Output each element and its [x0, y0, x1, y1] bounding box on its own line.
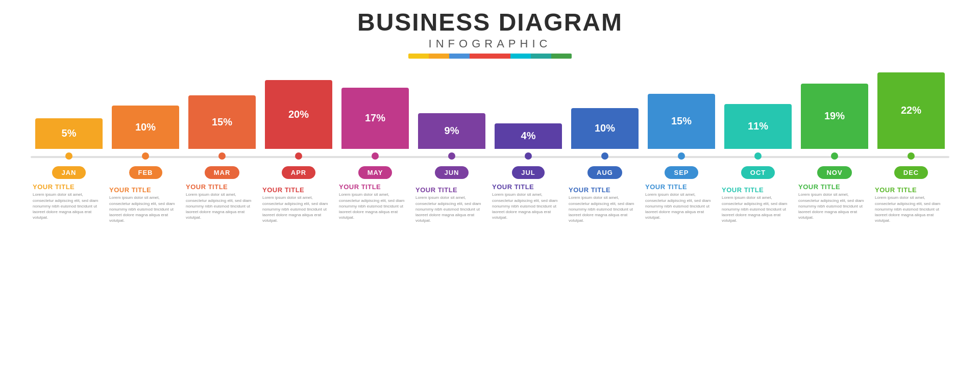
month-badge-feb: FEB [129, 166, 162, 179]
chart-area: 5%10%15%20%17%9%4%10%15%11%19%22% JANFEB… [31, 65, 949, 383]
month-badge-mar: MAR [205, 166, 240, 179]
page-wrapper: BUSINESS DIAGRAM INFOGRAPHIC 5%10%15%20%… [0, 0, 980, 388]
month-col-jan: JAN [31, 166, 107, 179]
info-col-nov: YOUR TITLELorem ipsum dolor sit amet, co… [796, 183, 873, 224]
header: BUSINESS DIAGRAM INFOGRAPHIC [357, 9, 623, 63]
dot-col-apr [260, 152, 337, 160]
dot-feb [142, 152, 149, 160]
bar-col-jun: 9% [413, 113, 490, 149]
dot-nov [831, 152, 838, 160]
bar-col-dec: 22% [873, 72, 949, 149]
dot-col-sep [643, 152, 720, 160]
info-text1-sep: Lorem ipsum dolor sit amet, consectetur … [645, 192, 718, 220]
bar-col-jul: 4% [490, 123, 567, 149]
info-text1-jul: Lorem ipsum dolor sit amet, consectetur … [492, 192, 565, 220]
month-col-jun: JUN [413, 166, 490, 179]
bar-label-mar: 15% [212, 116, 232, 128]
info-title1-jul: YOUR TITLE [492, 183, 565, 191]
bar-label-jan: 5% [62, 127, 77, 139]
info-title1-jan: YOUR TITLE [33, 183, 105, 191]
dot-col-feb [107, 152, 184, 160]
month-badge-oct: OCT [741, 166, 775, 179]
month-col-feb: FEB [107, 166, 184, 179]
month-col-nov: NOV [796, 166, 873, 179]
info-text1-mar: Lorem ipsum dolor sit amet, consectetur … [186, 192, 258, 220]
dot-col-nov [796, 152, 873, 160]
dot-apr [295, 152, 302, 160]
month-badge-sep: SEP [665, 166, 698, 179]
month-col-jul: JUL [490, 166, 567, 179]
info-title2-aug: YOUR TITLE [569, 186, 641, 194]
dot-sep [678, 152, 685, 160]
info-col-jun: YOUR TITLELorem ipsum dolor sit amet, co… [413, 183, 490, 224]
bar-apr: 20% [265, 80, 332, 149]
bar-col-mar: 15% [184, 95, 260, 149]
month-badge-nov: NOV [817, 166, 851, 179]
info-text2-dec: Lorem ipsum dolor sit amet, consectetur … [875, 195, 947, 223]
month-col-oct: OCT [720, 166, 796, 179]
dot-col-jun [413, 152, 490, 160]
info-col-mar: YOUR TITLELorem ipsum dolor sit amet, co… [184, 183, 260, 224]
info-text2-jun: Lorem ipsum dolor sit amet, consectetur … [415, 195, 488, 223]
info-title2-dec: YOUR TITLE [875, 186, 947, 194]
bar-jul: 4% [495, 123, 562, 149]
bar-col-oct: 11% [720, 104, 796, 149]
bar-mar: 15% [188, 95, 256, 149]
info-text2-aug: Lorem ipsum dolor sit amet, consectetur … [569, 195, 641, 223]
color-bar [408, 54, 572, 59]
dot-col-jan [31, 152, 107, 160]
month-col-may: MAY [337, 166, 413, 179]
month-badge-aug: AUG [587, 166, 622, 179]
info-col-apr: YOUR TITLELorem ipsum dolor sit amet, co… [260, 183, 337, 224]
bar-label-jun: 9% [445, 125, 459, 137]
month-col-mar: MAR [184, 166, 260, 179]
info-col-jul: YOUR TITLELorem ipsum dolor sit amet, co… [490, 183, 567, 224]
info-title2-jun: YOUR TITLE [415, 186, 488, 194]
main-title: BUSINESS DIAGRAM [357, 9, 623, 36]
sub-title: INFOGRAPHIC [357, 37, 623, 50]
info-title1-sep: YOUR TITLE [645, 183, 718, 191]
info-title1-may: YOUR TITLE [339, 183, 411, 191]
bar-nov: 19% [801, 84, 868, 149]
bar-label-oct: 11% [748, 120, 768, 132]
info-col-feb: YOUR TITLELorem ipsum dolor sit amet, co… [107, 183, 184, 224]
info-text1-nov: Lorem ipsum dolor sit amet, consectetur … [798, 192, 871, 220]
info-col-dec: YOUR TITLELorem ipsum dolor sit amet, co… [873, 183, 949, 224]
timeline-dots [31, 152, 949, 160]
dot-jan [65, 152, 72, 160]
dot-jul [525, 152, 532, 160]
bar-label-apr: 20% [288, 109, 309, 120]
bar-label-sep: 15% [671, 115, 692, 127]
dot-dec [908, 152, 915, 160]
info-title1-mar: YOUR TITLE [186, 183, 258, 191]
bar-may: 17% [341, 88, 409, 149]
bar-col-feb: 10% [107, 106, 184, 149]
dot-mar [218, 152, 226, 160]
bar-jan: 5% [35, 118, 103, 149]
bar-label-aug: 10% [595, 122, 615, 134]
info-col-may: YOUR TITLELorem ipsum dolor sit amet, co… [337, 183, 413, 224]
info-col-oct: YOUR TITLELorem ipsum dolor sit amet, co… [720, 183, 796, 224]
info-text2-feb: Lorem ipsum dolor sit amet, consectetur … [109, 195, 182, 223]
bar-label-jul: 4% [521, 130, 536, 142]
bar-col-jan: 5% [31, 118, 107, 149]
dot-oct [754, 152, 762, 160]
dot-col-oct [720, 152, 796, 160]
info-text1-jan: Lorem ipsum dolor sit amet, consectetur … [33, 192, 105, 220]
month-badge-apr: APR [282, 166, 315, 179]
bar-col-may: 17% [337, 88, 413, 149]
dot-col-mar [184, 152, 260, 160]
month-col-apr: APR [260, 166, 337, 179]
month-col-dec: DEC [873, 166, 949, 179]
bar-label-dec: 22% [901, 105, 921, 116]
bar-label-feb: 10% [135, 121, 156, 133]
bar-aug: 10% [571, 108, 639, 149]
dot-col-aug [567, 152, 643, 160]
bar-oct: 11% [724, 104, 792, 149]
info-section: YOUR TITLELorem ipsum dolor sit amet, co… [31, 183, 949, 224]
bar-label-nov: 19% [824, 110, 845, 122]
bar-label-may: 17% [365, 112, 385, 124]
bar-sep: 15% [648, 94, 715, 149]
dot-aug [601, 152, 608, 160]
months-row: JANFEBMARAPRMAYJUNJULAUGSEPOCTNOVDEC [31, 166, 949, 179]
